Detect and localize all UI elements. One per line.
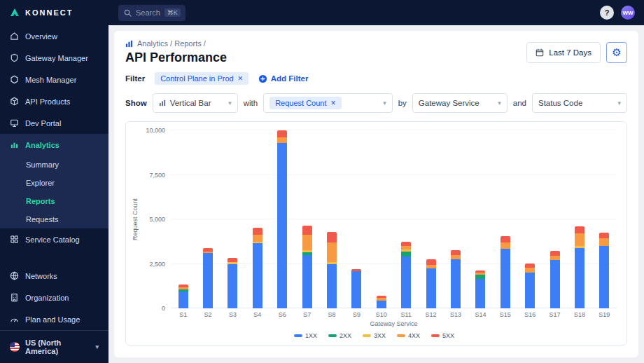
bar-segment-5XX <box>302 226 312 235</box>
metric-select[interactable]: Request Count × ▾ <box>263 93 393 113</box>
report-card: Analytics / Reports / API Performance La… <box>114 31 638 357</box>
sidebar-item-overview[interactable]: Overview <box>0 25 108 47</box>
sidebar-item-requests[interactable]: Requests <box>0 210 108 228</box>
analytics-section: Analytics Summary Explorer Reports Reque… <box>0 134 108 228</box>
sidebar-item-networks[interactable]: Networks <box>0 265 108 287</box>
bar-segment-4XX <box>302 235 312 251</box>
sidebar-item-dev-portal[interactable]: Dev Portal <box>0 112 108 134</box>
region-selector[interactable]: US (North America) ▾ <box>0 330 108 363</box>
chevron-down-icon: ▾ <box>613 100 621 107</box>
search-input[interactable]: Search ⌘K <box>118 5 186 21</box>
bar-S12[interactable] <box>419 130 443 308</box>
bar-segment-1XX <box>178 292 188 308</box>
bar-S18[interactable] <box>567 130 592 308</box>
x-tick-label: S13 <box>443 311 468 318</box>
close-icon[interactable]: × <box>238 74 243 83</box>
metric-chip[interactable]: Request Count × <box>270 97 341 109</box>
bar-segment-5XX <box>525 263 535 268</box>
bar-S9[interactable] <box>344 130 369 308</box>
bar-S4[interactable] <box>245 130 270 308</box>
bar-segment-1XX <box>550 260 560 308</box>
help-button[interactable]: ? <box>600 6 614 20</box>
bar-segment-1XX <box>302 255 312 308</box>
bar-S1[interactable] <box>171 130 195 308</box>
sidebar-item-label: Analytics <box>25 141 59 149</box>
sidebar-item-label: Organization <box>25 294 69 302</box>
add-filter-button[interactable]: Add Filter <box>258 74 309 83</box>
bar-segment-1XX <box>599 246 609 308</box>
bar-segment-5XX <box>575 226 584 233</box>
bar-segment-1XX <box>253 243 262 308</box>
sidebar-item-service-catalog[interactable]: Service Catalog <box>0 228 108 250</box>
hexagon-icon <box>10 75 19 84</box>
chart-bars <box>171 130 617 308</box>
bar-segment-4XX <box>575 233 584 246</box>
group-by-select[interactable]: Gateway Service ▾ <box>412 93 507 113</box>
x-axis-labels: S1S2S3S4S6S7S8S9S10S11S12S13S14S15S16S17… <box>171 311 617 318</box>
sidebar-item-reports[interactable]: Reports <box>0 192 108 210</box>
bar-S3[interactable] <box>220 130 245 308</box>
bar-S2[interactable] <box>195 130 220 308</box>
building-icon <box>10 293 19 302</box>
chart-type-select[interactable]: Vertical Bar ▾ <box>153 93 238 113</box>
bar-S19[interactable] <box>592 130 617 308</box>
bar-S13[interactable] <box>443 130 468 308</box>
bar-S6[interactable] <box>270 130 295 308</box>
sidebar-item-analytics[interactable]: Analytics <box>0 134 108 156</box>
legend-swatch <box>431 334 440 337</box>
sidebar-item-gateway-manager[interactable]: Gateway Manager <box>0 47 108 69</box>
legend-item-1XX[interactable]: 1XX <box>294 332 317 339</box>
konnect-logo-icon <box>9 7 20 18</box>
sidebar-item-plan-and-usage[interactable]: Plan and Usage <box>0 308 108 330</box>
legend-item-3XX[interactable]: 3XX <box>363 332 386 339</box>
bar-segment-1XX <box>401 256 411 308</box>
bar-segment-1XX <box>277 143 287 308</box>
sidebar-item-api-products[interactable]: API Products <box>0 90 108 112</box>
x-tick-label: S18 <box>567 311 592 318</box>
legend-item-4XX[interactable]: 4XX <box>397 332 420 339</box>
chart-legend: 1XX2XX3XX4XX5XX <box>132 332 617 339</box>
close-icon[interactable]: × <box>331 99 336 107</box>
sidebar-item-organization[interactable]: Organization <box>0 287 108 308</box>
date-range-button[interactable]: Last 7 Days <box>526 42 601 63</box>
breadcrumb[interactable]: Analytics / Reports / <box>125 39 227 48</box>
legend-item-5XX[interactable]: 5XX <box>431 332 454 339</box>
bar-S7[interactable] <box>295 130 319 308</box>
search-label: Search <box>136 8 160 17</box>
legend-label: 2XX <box>340 332 351 339</box>
region-label: US (North America) <box>25 338 90 355</box>
y-tick-label: 0 <box>162 305 165 312</box>
with-label: with <box>244 99 258 107</box>
split-by-select[interactable]: Status Code ▾ <box>532 93 627 113</box>
sidebar-item-mesh-manager[interactable]: Mesh Manager <box>0 69 108 90</box>
bar-S8[interactable] <box>319 130 344 308</box>
sidebar-item-summary[interactable]: Summary <box>0 156 108 174</box>
calendar-icon <box>536 48 544 57</box>
bar-S14[interactable] <box>468 130 493 308</box>
bar-segment-4XX <box>500 242 510 249</box>
sidebar-item-label: Service Catalog <box>25 235 80 244</box>
chevron-down-icon: ▾ <box>493 100 501 107</box>
breadcrumb-text: Analytics / Reports / <box>137 39 206 48</box>
bar-S16[interactable] <box>517 130 542 308</box>
search-icon <box>124 9 132 17</box>
settings-button[interactable]: ⚙ <box>606 42 627 63</box>
y-axis-labels: 02,5005,0007,50010,000 <box>141 130 171 308</box>
bar-S17[interactable] <box>542 130 567 308</box>
bar-segment-4XX <box>277 137 287 143</box>
sidebar-item-explorer[interactable]: Explorer <box>0 174 108 192</box>
x-tick-label: S2 <box>195 311 220 318</box>
and-label: and <box>513 99 526 107</box>
bar-S15[interactable] <box>493 130 517 308</box>
monitor-icon <box>10 118 19 128</box>
avatar[interactable]: WW <box>621 6 635 20</box>
legend-item-2XX[interactable]: 2XX <box>328 332 351 339</box>
add-filter-label: Add Filter <box>271 74 309 83</box>
bar-S10[interactable] <box>369 130 393 308</box>
chevron-down-icon: ▾ <box>224 100 232 107</box>
konnect-logo[interactable]: KONNECT <box>0 7 108 18</box>
globe-icon <box>10 271 19 280</box>
sidebar-item-label: Gateway Manager <box>25 54 88 62</box>
filter-chip[interactable]: Control Plane in Prod × <box>155 72 248 85</box>
bar-S11[interactable] <box>394 130 419 308</box>
